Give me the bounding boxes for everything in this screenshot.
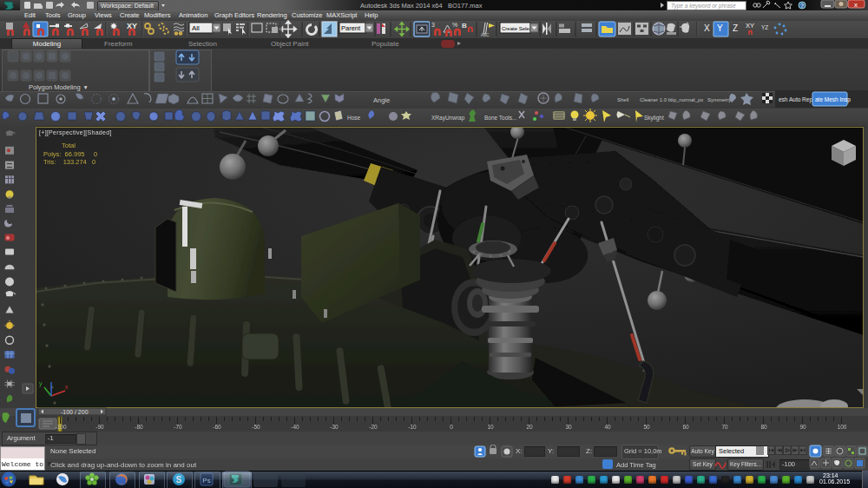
svg-text:y: y	[39, 380, 43, 387]
svg-text:Shell: Shell	[617, 97, 628, 102]
svg-text:x: x	[65, 384, 69, 390]
svg-text:X: X	[704, 23, 710, 33]
svg-text:XY: XY	[127, 22, 137, 30]
svg-text:XRayUnwrap: XRayUnwrap	[431, 115, 465, 122]
svg-text:All: All	[192, 24, 200, 32]
svg-text:Z: Z	[733, 23, 738, 33]
svg-text:Angle: Angle	[373, 96, 390, 104]
svg-text:ate Mesh Insp: ate Mesh Insp	[815, 96, 851, 103]
svg-text:Y: Y	[717, 23, 723, 33]
svg-text:lip_normal_px: lip_normal_px	[671, 97, 703, 102]
svg-text:ABC: ABC	[481, 33, 490, 37]
svg-text:Skylight: Skylight	[644, 115, 664, 122]
svg-text:?: ?	[800, 3, 804, 9]
svg-text:esh Auto Rep: esh Auto Rep	[779, 96, 812, 103]
svg-text:Bone Tools...: Bone Tools...	[484, 115, 517, 121]
svg-text:Symmetry: Symmetry	[707, 97, 731, 102]
svg-text:x: x	[854, 1, 858, 9]
svg-text:%: %	[452, 22, 457, 28]
svg-text:Hose: Hose	[347, 115, 361, 121]
svg-text:XY: XY	[746, 22, 754, 30]
svg-text:3: 3	[431, 22, 435, 28]
svg-text:B: B	[462, 22, 467, 30]
svg-text:Create Selection S: Create Selection S	[502, 26, 545, 31]
svg-text:YZ: YZ	[761, 24, 768, 30]
svg-text:-100 / 200: -100 / 200	[61, 409, 89, 415]
svg-text:Parent: Parent	[341, 24, 361, 32]
svg-text:Cleaner 1.0 b: Cleaner 1.0 b	[640, 97, 672, 102]
